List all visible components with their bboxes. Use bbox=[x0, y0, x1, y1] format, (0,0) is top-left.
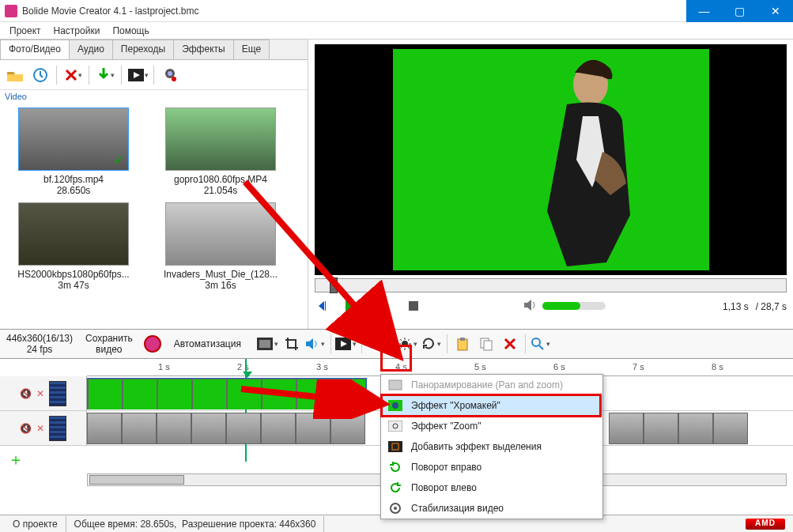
menu-rotate-left[interactable]: Поворот влево bbox=[381, 477, 602, 498]
ruler-tick: 7 s bbox=[633, 362, 644, 372]
menu-label: Эффект "Zoom" bbox=[411, 421, 481, 432]
clock-icon[interactable] bbox=[28, 63, 52, 87]
menu-project[interactable]: Проект bbox=[5, 24, 46, 38]
media-toolbar: ▾ ▾ ▾ bbox=[0, 60, 308, 90]
media-item-name: Invaders_Must_Die_(128... bbox=[164, 269, 278, 280]
media-item[interactable]: HS2000kbps1080p60fps... 3m 47s bbox=[3, 202, 144, 291]
ruler-tick: 6 s bbox=[553, 362, 565, 372]
filmstrip-play-icon[interactable]: ▾ bbox=[126, 63, 149, 87]
menu-rotate-right[interactable]: Поворот вправо bbox=[381, 457, 602, 477]
crop-icon[interactable] bbox=[281, 334, 303, 354]
text-icon[interactable]: T▾ bbox=[366, 334, 388, 354]
zoom-effect-icon bbox=[387, 418, 403, 434]
volume-slider[interactable] bbox=[542, 302, 606, 310]
download-arrow-icon[interactable]: ▾ bbox=[93, 63, 117, 87]
zoom-icon[interactable]: ▾ bbox=[530, 334, 552, 354]
media-item[interactable]: ✓ bf.120fps.mp4 28.650s bbox=[3, 108, 144, 196]
track-type-icon bbox=[49, 416, 66, 441]
remove-track-icon[interactable]: ✕ bbox=[36, 423, 44, 434]
delete-icon[interactable]: ▾ bbox=[61, 63, 85, 87]
highlight-icon bbox=[387, 439, 403, 455]
media-thumbnail bbox=[165, 108, 276, 171]
amd-badge: AMD bbox=[746, 519, 785, 530]
project-resolution: 446x360(16/13) 24 fps bbox=[0, 333, 79, 356]
refresh-icon[interactable]: ▾ bbox=[421, 334, 443, 354]
svg-rect-19 bbox=[388, 421, 402, 432]
toolbar-separator bbox=[361, 334, 362, 353]
mute-track-icon[interactable]: 🔇 bbox=[20, 388, 32, 399]
filmstrip-tool-icon[interactable]: ▾ bbox=[257, 334, 279, 354]
copy-icon[interactable] bbox=[475, 334, 497, 354]
toolbar-separator bbox=[121, 66, 122, 85]
audio-icon[interactable]: ▾ bbox=[304, 334, 327, 354]
tab-transitions[interactable]: Переходы bbox=[112, 40, 174, 59]
volume-icon[interactable] bbox=[523, 299, 538, 314]
toolbar-separator bbox=[392, 334, 393, 353]
status-time-text: Общее время: 28.650s, bbox=[74, 519, 177, 530]
tab-more[interactable]: Еще bbox=[233, 40, 270, 59]
menu-stabilize[interactable]: Стабилизация видео bbox=[381, 498, 602, 519]
project-toolbar: 446x360(16/13) 24 fps Сохранить видео Ав… bbox=[0, 329, 793, 359]
track-header[interactable]: 🔇 ✕ bbox=[0, 376, 87, 410]
maximize-button[interactable]: ▢ bbox=[722, 0, 757, 22]
menu-highlight[interactable]: Добавить эффект выделения bbox=[381, 436, 602, 457]
menu-help[interactable]: Помощь bbox=[108, 24, 153, 38]
media-item[interactable]: gopro1080.60fps.MP4 21.054s bbox=[150, 108, 291, 196]
paste-icon[interactable] bbox=[451, 334, 474, 354]
track-header[interactable]: 🔇 ✕ bbox=[0, 411, 87, 445]
pan-zoom-icon bbox=[387, 377, 403, 393]
mute-track-icon[interactable]: 🔇 bbox=[20, 423, 32, 434]
ruler-tick: 5 s bbox=[474, 362, 486, 372]
svg-rect-21 bbox=[388, 441, 402, 452]
volume-control bbox=[523, 299, 718, 314]
webcam-icon[interactable] bbox=[158, 63, 182, 87]
remove-track-icon[interactable]: ✕ bbox=[36, 388, 44, 399]
seek-bar[interactable] bbox=[315, 278, 787, 292]
close-button[interactable]: ✕ bbox=[757, 0, 793, 22]
playhead[interactable] bbox=[245, 359, 247, 462]
titlebar: Bolide Movie Creator 4.1 - lastproject.b… bbox=[0, 0, 793, 22]
play-icon[interactable] bbox=[340, 297, 361, 315]
menu-label: Поворот влево bbox=[411, 482, 477, 493]
rotate-right-icon bbox=[387, 459, 403, 475]
toolbar-separator bbox=[153, 66, 154, 85]
video-effects-icon[interactable]: ▾ bbox=[335, 334, 357, 354]
step-back-icon[interactable] bbox=[315, 297, 335, 315]
delete-clip-icon[interactable] bbox=[499, 334, 521, 354]
toolbar-separator bbox=[89, 66, 89, 85]
seek-handle[interactable] bbox=[330, 277, 338, 293]
add-media-icon[interactable] bbox=[3, 63, 27, 87]
brightness-icon[interactable]: ▾ bbox=[397, 334, 419, 354]
media-thumbnail: ✓ bbox=[18, 108, 129, 171]
upper-panels: Фото/Видео Аудио Переходы Эффекты Еще ▾ … bbox=[0, 40, 793, 329]
toolbar-separator bbox=[525, 334, 526, 353]
save-video-button[interactable]: Сохранить видео bbox=[79, 333, 139, 356]
chromakey-icon bbox=[387, 398, 403, 413]
menu-chromakey[interactable]: Эффект "Хромакей" bbox=[381, 395, 602, 416]
media-thumbnail bbox=[18, 202, 129, 266]
menu-label: Добавить эффект выделения bbox=[411, 441, 542, 452]
step-forward-icon[interactable] bbox=[365, 297, 386, 315]
menu-settings[interactable]: Настройки bbox=[49, 24, 105, 38]
media-item[interactable]: Invaders_Must_Die_(128... 3m 16s bbox=[150, 202, 291, 291]
minimize-button[interactable]: — bbox=[686, 0, 722, 22]
app-icon bbox=[5, 5, 17, 17]
automation-button[interactable]: Автоматизация bbox=[166, 338, 249, 349]
preview-panel: 1,13 s / 28,7 s bbox=[308, 40, 793, 329]
timeline-tools: ▾ ▾ ▾ T▾ ▾ ▾ ▾ bbox=[249, 334, 552, 354]
tab-audio[interactable]: Аудио bbox=[69, 40, 113, 59]
media-item-name: bf.120fps.mp4 bbox=[43, 174, 104, 185]
stop-icon[interactable] bbox=[403, 297, 424, 315]
ruler-tick: 3 s bbox=[316, 362, 328, 372]
transport-controls: 1,13 s / 28,7 s bbox=[308, 292, 793, 319]
status-about[interactable]: О проекте bbox=[5, 516, 66, 532]
scrollbar-thumb[interactable] bbox=[89, 475, 184, 485]
tab-photo-video[interactable]: Фото/Видео bbox=[0, 40, 70, 59]
menu-zoom[interactable]: Эффект "Zoom" bbox=[381, 416, 602, 436]
media-item-duration: 28.650s bbox=[57, 185, 91, 196]
media-item-duration: 3m 16s bbox=[205, 280, 236, 291]
record-icon[interactable] bbox=[144, 335, 161, 353]
svg-point-10 bbox=[402, 341, 408, 347]
video-preview[interactable] bbox=[315, 44, 787, 275]
tab-effects[interactable]: Эффекты bbox=[173, 40, 234, 59]
